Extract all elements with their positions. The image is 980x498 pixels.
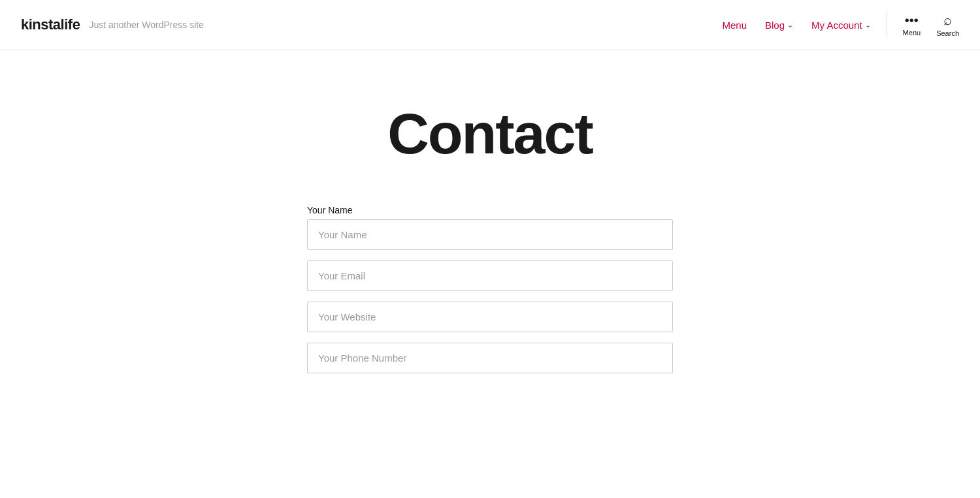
website-input[interactable] xyxy=(307,302,673,332)
nav-menu[interactable]: Menu xyxy=(723,20,747,31)
site-logo[interactable]: kinstalife xyxy=(21,16,80,33)
header-left: kinstalife Just another WordPress site xyxy=(21,16,204,33)
contact-form-section: Your Name xyxy=(294,205,686,423)
dots-menu-icon: ••• xyxy=(905,14,919,27)
phone-field-group xyxy=(307,343,673,373)
header-icon-group: ••• Menu ⌕ Search xyxy=(903,13,959,37)
name-field-group: Your Name xyxy=(307,205,673,250)
nav-blog[interactable]: Blog ⌄ xyxy=(765,20,793,31)
email-field-group xyxy=(307,260,673,291)
page-title: Contact xyxy=(13,102,967,166)
header-divider xyxy=(887,12,887,38)
main-nav: Menu Blog ⌄ My Account ⌄ xyxy=(723,20,871,31)
page-hero: Contact xyxy=(0,50,980,205)
site-header: kinstalife Just another WordPress site M… xyxy=(0,0,980,50)
my-account-chevron-icon: ⌄ xyxy=(865,21,871,29)
main-content: Contact Your Name xyxy=(0,50,980,423)
search-icon-button[interactable]: ⌕ Search xyxy=(936,13,959,37)
search-icon-label: Search xyxy=(936,29,959,37)
name-field-label: Your Name xyxy=(307,205,673,215)
menu-icon-label: Menu xyxy=(903,29,921,37)
nav-my-account[interactable]: My Account ⌄ xyxy=(811,20,871,31)
name-input[interactable] xyxy=(307,219,673,250)
phone-input[interactable] xyxy=(307,343,673,373)
search-icon: ⌕ xyxy=(943,13,952,27)
email-input[interactable] xyxy=(307,260,673,291)
website-field-group xyxy=(307,302,673,332)
blog-chevron-icon: ⌄ xyxy=(787,21,793,29)
menu-icon-button[interactable]: ••• Menu xyxy=(903,14,921,37)
header-right: Menu Blog ⌄ My Account ⌄ ••• Menu ⌕ Sear… xyxy=(723,12,960,38)
site-tagline: Just another WordPress site xyxy=(89,20,204,30)
